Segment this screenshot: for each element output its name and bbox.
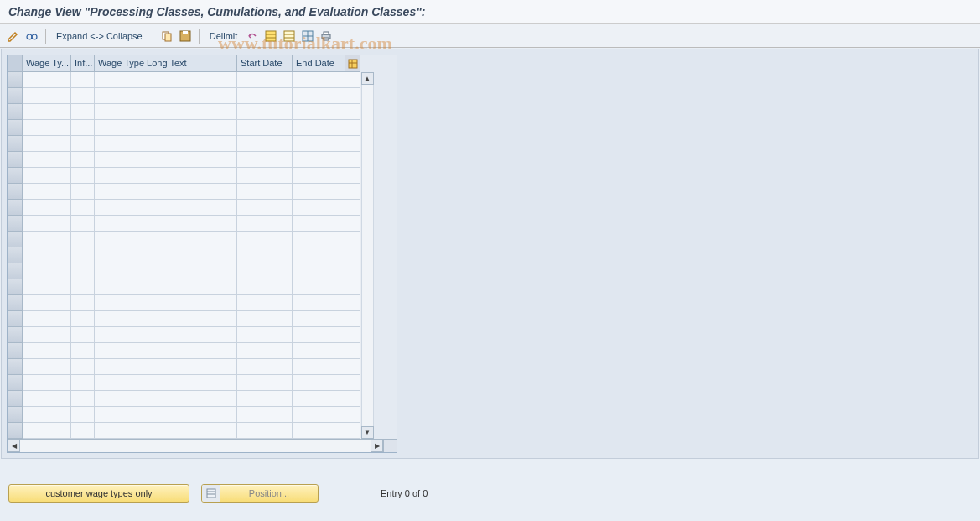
cell-wage-type[interactable]	[23, 327, 71, 343]
cell-wage-type-long-text[interactable]	[95, 184, 237, 200]
table-row[interactable]	[8, 343, 360, 359]
cell-wage-type[interactable]	[23, 375, 71, 391]
cell-start-date[interactable]	[237, 311, 293, 327]
table-row[interactable]	[8, 120, 360, 136]
cell-wage-type[interactable]	[23, 88, 71, 104]
cell-end-date[interactable]	[293, 120, 345, 136]
table-row[interactable]	[8, 263, 360, 279]
table-row[interactable]	[8, 136, 360, 152]
row-selector[interactable]	[8, 279, 23, 295]
cell-start-date[interactable]	[237, 88, 293, 104]
cell-end-date[interactable]	[293, 295, 345, 311]
table-row[interactable]	[8, 407, 360, 423]
select-all-header[interactable]	[8, 55, 23, 72]
row-selector[interactable]	[8, 359, 23, 375]
col-header-wage-type[interactable]: Wage Ty...	[23, 55, 71, 72]
cell-inf[interactable]	[71, 247, 95, 263]
cell-wage-type[interactable]	[23, 104, 71, 120]
position-button[interactable]: Position...	[201, 484, 319, 503]
col-header-end-date[interactable]: End Date	[293, 55, 345, 72]
cell-wage-type[interactable]	[23, 136, 71, 152]
cell-wage-type-long-text[interactable]	[95, 343, 237, 359]
col-header-start-date[interactable]: Start Date	[237, 55, 293, 72]
cell-inf[interactable]	[71, 120, 95, 136]
table-row[interactable]	[8, 152, 360, 168]
cell-start-date[interactable]	[237, 407, 293, 423]
cell-wage-type-long-text[interactable]	[95, 232, 237, 247]
cell-wage-type[interactable]	[23, 311, 71, 327]
cell-inf[interactable]	[71, 136, 95, 152]
cell-inf[interactable]	[71, 168, 95, 184]
cell-inf[interactable]	[71, 184, 95, 200]
row-selector[interactable]	[8, 375, 23, 391]
cell-end-date[interactable]	[293, 263, 345, 279]
cell-wage-type[interactable]	[23, 263, 71, 279]
cell-wage-type[interactable]	[23, 120, 71, 136]
cell-wage-type-long-text[interactable]	[95, 391, 237, 407]
cell-end-date[interactable]	[293, 104, 345, 120]
cell-start-date[interactable]	[237, 359, 293, 375]
row-selector[interactable]	[8, 120, 23, 136]
cell-end-date[interactable]	[293, 88, 345, 104]
cell-inf[interactable]	[71, 343, 95, 359]
col-header-wage-type-long-text[interactable]: Wage Type Long Text	[95, 55, 237, 72]
cell-start-date[interactable]	[237, 343, 293, 359]
table-row[interactable]	[8, 423, 360, 439]
cell-wage-type[interactable]	[23, 423, 71, 439]
cell-wage-type-long-text[interactable]	[95, 375, 237, 391]
glasses-icon[interactable]	[25, 29, 39, 43]
cell-wage-type[interactable]	[23, 343, 71, 359]
table-row[interactable]	[8, 168, 360, 184]
cell-inf[interactable]	[71, 104, 95, 120]
cell-inf[interactable]	[71, 152, 95, 168]
cell-start-date[interactable]	[237, 152, 293, 168]
table-row[interactable]	[8, 375, 360, 391]
delimit-button[interactable]: Delimit	[206, 29, 241, 43]
row-selector[interactable]	[8, 88, 23, 104]
cell-start-date[interactable]	[237, 327, 293, 343]
cell-end-date[interactable]	[293, 200, 345, 216]
cell-start-date[interactable]	[237, 232, 293, 247]
cell-end-date[interactable]	[293, 311, 345, 327]
cell-start-date[interactable]	[237, 72, 293, 88]
table-row[interactable]	[8, 279, 360, 295]
save-icon[interactable]	[179, 29, 192, 43]
cell-inf[interactable]	[71, 407, 95, 423]
customer-wage-types-button[interactable]: customer wage types only	[8, 484, 189, 503]
cell-wage-type-long-text[interactable]	[95, 311, 237, 327]
cell-end-date[interactable]	[293, 375, 345, 391]
row-selector[interactable]	[8, 232, 23, 247]
row-selector[interactable]	[8, 200, 23, 216]
cell-wage-type[interactable]	[23, 72, 71, 88]
cell-wage-type[interactable]	[23, 279, 71, 295]
cell-end-date[interactable]	[293, 216, 345, 232]
col-header-inf[interactable]: Inf...	[71, 55, 95, 72]
cell-wage-type-long-text[interactable]	[95, 104, 237, 120]
cell-inf[interactable]	[71, 423, 95, 439]
scroll-track[interactable]	[361, 85, 374, 426]
row-selector[interactable]	[8, 136, 23, 152]
table-config-icon[interactable]	[345, 55, 360, 72]
scroll-up-button[interactable]: ▲	[361, 72, 374, 85]
row-selector[interactable]	[8, 72, 23, 88]
row-selector[interactable]	[8, 391, 23, 407]
cell-end-date[interactable]	[293, 247, 345, 263]
cell-wage-type[interactable]	[23, 232, 71, 247]
cell-wage-type-long-text[interactable]	[95, 120, 237, 136]
table-row[interactable]	[8, 184, 360, 200]
table-row[interactable]	[8, 104, 360, 120]
cell-inf[interactable]	[71, 375, 95, 391]
cell-wage-type-long-text[interactable]	[95, 423, 237, 439]
cell-wage-type[interactable]	[23, 152, 71, 168]
cell-inf[interactable]	[71, 295, 95, 311]
cell-start-date[interactable]	[237, 247, 293, 263]
table-row[interactable]	[8, 232, 360, 247]
table-row[interactable]	[8, 88, 360, 104]
cell-wage-type[interactable]	[23, 359, 71, 375]
cell-wage-type[interactable]	[23, 391, 71, 407]
row-selector[interactable]	[8, 423, 23, 439]
row-selector[interactable]	[8, 152, 23, 168]
cell-wage-type[interactable]	[23, 200, 71, 216]
cell-wage-type-long-text[interactable]	[95, 216, 237, 232]
cell-start-date[interactable]	[237, 120, 293, 136]
